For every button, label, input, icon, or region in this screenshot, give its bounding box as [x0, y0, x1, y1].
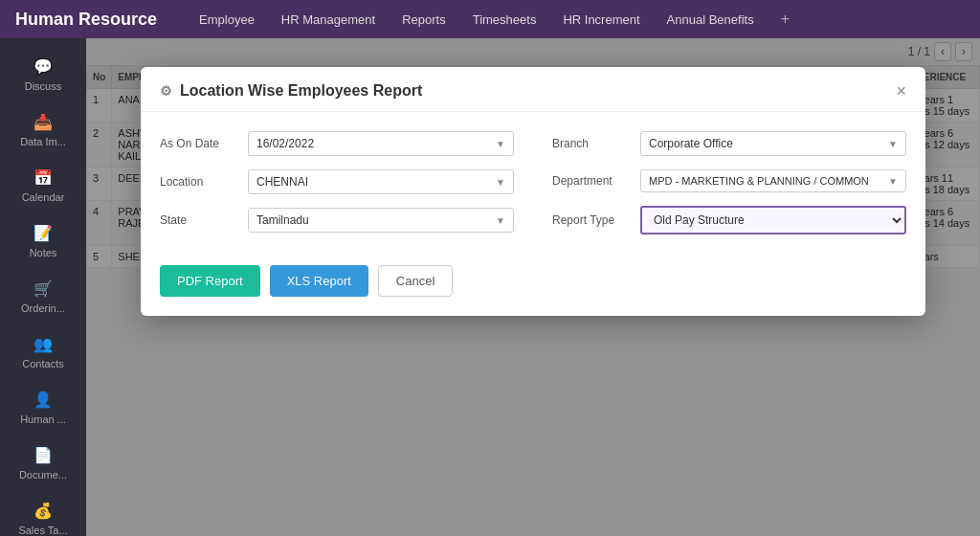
modal-close-button[interactable]: ×: [896, 82, 906, 100]
notes-icon: 📝: [33, 222, 54, 243]
nav-timesheets[interactable]: Timesheets: [469, 11, 541, 29]
department-label: Department: [552, 174, 629, 188]
sidebar-item-ordering[interactable]: 🛒 Orderin...: [0, 268, 86, 324]
as-on-date-row: As On Date 16/02/2022 ▼: [160, 131, 514, 156]
modal-overlay: ⚙ Location Wise Employees Report × As On…: [86, 38, 980, 536]
department-input[interactable]: MPD - MARKETING & PLANNING / COMMON ▼: [640, 169, 906, 192]
cancel-button[interactable]: Cancel: [378, 265, 453, 297]
location-label: Location: [160, 175, 236, 189]
sidebar-label-data-import: Data Im...: [20, 136, 66, 147]
topbar: Human Resource Employee HR Management Re…: [0, 0, 980, 38]
branch-input[interactable]: Corporate Office ▼: [640, 131, 906, 156]
state-arrow: ▼: [496, 215, 505, 226]
sidebar-item-notes[interactable]: 📝 Notes: [0, 212, 86, 268]
nav-hr-increment[interactable]: HR Increment: [559, 11, 643, 29]
modal-header: ⚙ Location Wise Employees Report ×: [141, 67, 925, 112]
modal-title: ⚙ Location Wise Employees Report: [160, 82, 422, 100]
modal-actions: PDF Report XLS Report Cancel: [160, 257, 906, 297]
department-row: Department MPD - MARKETING & PLANNING / …: [552, 169, 906, 192]
sidebar-item-data-import[interactable]: 📥 Data Im...: [0, 101, 86, 157]
sidebar-item-contacts[interactable]: 👥 Contacts: [0, 324, 86, 379]
modal-body: As On Date 16/02/2022 ▼ Location CHENNAI: [141, 112, 925, 316]
top-navigation: Employee HR Management Reports Timesheet…: [195, 11, 790, 29]
department-arrow: ▼: [888, 176, 898, 187]
nav-hr-management[interactable]: HR Management: [278, 11, 379, 29]
sidebar-item-calendar[interactable]: 📅 Calendar: [0, 157, 86, 212]
report-type-select[interactable]: Old Pay Structure: [640, 206, 906, 234]
pdf-report-button[interactable]: PDF Report: [160, 265, 260, 297]
state-row: State Tamilnadu ▼: [160, 208, 514, 233]
sidebar-label-discuss: Discuss: [25, 80, 62, 92]
sidebar-label-notes: Notes: [30, 247, 57, 258]
location-input[interactable]: CHENNAI ▼: [248, 169, 514, 194]
branch-label: Branch: [552, 137, 629, 150]
sales-targets-icon: 💰: [33, 500, 54, 521]
sidebar-item-documents[interactable]: 📄 Docume...: [0, 435, 86, 490]
sidebar-label-documents: Docume...: [19, 469, 67, 480]
state-label: State: [160, 213, 236, 227]
location-row: Location CHENNAI ▼: [160, 169, 514, 194]
as-on-date-arrow: ▼: [496, 139, 505, 149]
as-on-date-input[interactable]: 16/02/2022 ▼: [248, 131, 514, 156]
form-grid: As On Date 16/02/2022 ▼ Location CHENNAI: [160, 131, 906, 234]
modal-title-icon: ⚙: [160, 83, 172, 99]
branch-arrow: ▼: [888, 139, 898, 149]
branch-row: Branch Corporate Office ▼: [552, 131, 906, 156]
main-content: 1 / 1 ‹ › No EMPLOYEE JOINING DEPARTMENT…: [86, 38, 980, 536]
xls-report-button[interactable]: XLS Report: [270, 265, 368, 297]
nav-employee[interactable]: Employee: [195, 11, 258, 29]
as-on-date-label: As On Date: [160, 137, 236, 150]
sidebar: 💬 Discuss 📥 Data Im... 📅 Calendar 📝 Note…: [0, 38, 86, 536]
main-layout: 💬 Discuss 📥 Data Im... 📅 Calendar 📝 Note…: [0, 38, 980, 536]
nav-reports[interactable]: Reports: [398, 11, 450, 29]
sidebar-item-discuss[interactable]: 💬 Discuss: [0, 46, 86, 101]
sidebar-label-contacts: Contacts: [22, 358, 63, 369]
report-type-label: Report Type: [552, 213, 629, 227]
location-arrow: ▼: [496, 177, 505, 188]
documents-icon: 📄: [33, 444, 54, 465]
ordering-icon: 🛒: [33, 278, 54, 299]
report-type-row: Report Type Old Pay Structure: [552, 206, 906, 234]
report-modal: ⚙ Location Wise Employees Report × As On…: [141, 67, 925, 316]
nav-annual-benefits[interactable]: Annual Benefits: [663, 11, 758, 29]
add-nav-icon[interactable]: +: [781, 11, 790, 29]
sidebar-label-sales-targets: Sales Ta...: [18, 525, 67, 536]
sidebar-label-human: Human ...: [20, 413, 66, 425]
sidebar-label-calendar: Calendar: [22, 191, 65, 203]
sidebar-item-human[interactable]: 👤 Human ...: [0, 379, 86, 435]
discuss-icon: 💬: [33, 56, 54, 77]
sidebar-item-sales-targets[interactable]: 💰 Sales Ta...: [0, 490, 86, 536]
sidebar-label-ordering: Orderin...: [21, 302, 65, 314]
contacts-icon: 👥: [33, 333, 54, 354]
app-title: Human Resource: [15, 10, 157, 30]
data-import-icon: 📥: [33, 111, 54, 132]
calendar-icon: 📅: [33, 167, 54, 188]
human-icon: 👤: [33, 389, 54, 410]
state-input[interactable]: Tamilnadu ▼: [248, 208, 514, 233]
